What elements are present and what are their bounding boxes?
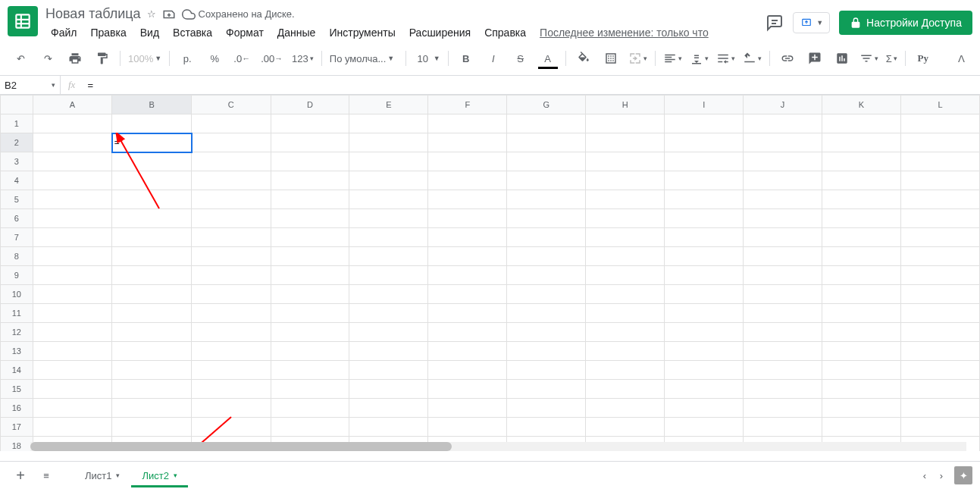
number-format-select[interactable]: 123▾ [289,52,317,66]
functions-button[interactable]: Σ▾ [883,52,900,66]
horizontal-scrollbar[interactable] [30,442,966,451]
last-edit-link[interactable]: Последнее изменение: только что [534,24,714,42]
redo-button[interactable]: ↷ [35,46,61,71]
merge-cells-button[interactable]: ▾ [625,50,650,67]
col-header-B[interactable]: B [112,96,192,114]
insert-comment-button[interactable] [802,46,828,71]
py-button[interactable]: Рy [910,46,936,71]
scroll-tabs-left[interactable]: ‹ [916,470,933,481]
row-header[interactable]: 9 [1,266,33,285]
collapse-toolbar-button[interactable]: ᐱ [950,53,972,64]
sheet-tab-2[interactable]: Лист2▾ [131,464,188,487]
italic-button[interactable]: I [481,46,506,71]
increase-decimal-button[interactable]: .00→ [256,46,287,71]
paint-format-button[interactable] [89,46,115,71]
row-header[interactable]: 11 [1,304,33,323]
spreadsheet-grid[interactable]: A B C D E F G H I J K L 1 2= 3 4 5 6 7 8… [0,95,980,451]
fx-icon: fx [61,79,83,91]
row-header[interactable]: 17 [1,418,33,437]
insert-chart-button[interactable] [829,46,855,71]
insert-link-button[interactable] [775,46,800,71]
scroll-tabs-right[interactable]: › [933,470,950,481]
zoom-select[interactable]: 100% ▼ [125,52,164,66]
row-header[interactable]: 16 [1,399,33,418]
col-header-E[interactable]: E [349,96,428,114]
row-header[interactable]: 3 [1,152,33,171]
strikethrough-button[interactable]: S [508,46,534,71]
col-header-C[interactable]: C [192,96,271,114]
select-all-corner[interactable] [1,96,33,114]
text-wrap-button[interactable]: ▾ [713,50,738,67]
save-status-text: Сохранено на Диске. [199,8,295,20]
col-header-H[interactable]: H [586,96,665,114]
row-header[interactable]: 7 [1,228,33,247]
share-label: Настройки Доступа [866,17,962,29]
col-header-I[interactable]: I [665,96,744,114]
menu-tools[interactable]: Инструменты [324,24,400,42]
filter-button[interactable]: ▾ [856,50,881,67]
undo-button[interactable]: ↶ [8,46,33,71]
horizontal-align-button[interactable]: ▾ [660,50,685,67]
row-header[interactable]: 4 [1,171,33,190]
share-button[interactable]: Настройки Доступа [839,11,972,35]
fill-color-button[interactable] [571,46,596,71]
row-header[interactable]: 15 [1,380,33,399]
col-header-F[interactable]: F [428,96,507,114]
svg-rect-0 [16,14,29,27]
font-size-select[interactable]: 10 ▼ [411,52,443,66]
move-icon[interactable] [162,8,176,21]
percent-button[interactable]: % [202,46,227,71]
col-header-D[interactable]: D [271,96,349,114]
col-header-G[interactable]: G [507,96,586,114]
menu-file[interactable]: Файл [45,24,82,42]
menu-view[interactable]: Вид [135,24,164,42]
col-header-J[interactable]: J [744,96,822,114]
row-header[interactable]: 12 [1,323,33,342]
borders-button[interactable] [598,46,624,71]
decrease-decimal-button[interactable]: .0← [229,46,255,71]
cell-B2[interactable]: = [112,133,192,152]
formula-bar[interactable]: = [83,78,980,92]
menu-format[interactable]: Формат [221,24,269,42]
row-header[interactable]: 2 [1,133,33,152]
col-header-L[interactable]: L [900,96,979,114]
menu-data[interactable]: Данные [272,24,321,42]
currency-button[interactable]: р. [174,46,200,71]
row-header[interactable]: 13 [1,342,33,361]
row-header[interactable]: 8 [1,247,33,266]
comments-icon[interactable] [766,14,784,32]
menu-edit[interactable]: Правка [85,24,131,42]
row-header[interactable]: 14 [1,361,33,380]
vertical-align-button[interactable]: ▾ [687,50,712,67]
menu-help[interactable]: Справка [479,24,531,42]
row-header[interactable]: 6 [1,209,33,228]
row-header[interactable]: 1 [1,114,33,133]
print-button[interactable] [62,46,88,71]
menu-extensions[interactable]: Расширения [404,24,476,42]
menu-insert[interactable]: Вставка [168,24,218,42]
sheet-tab-1[interactable]: Лист1▾ [74,464,131,487]
cloud-status: Сохранено на Диске. [182,8,295,21]
row-header[interactable]: 5 [1,190,33,209]
document-title[interactable]: Новая таблица [45,6,141,22]
add-sheet-button[interactable]: + [8,463,33,487]
explore-button[interactable]: ✦ [954,466,972,484]
star-icon[interactable]: ☆ [147,8,156,20]
col-header-K[interactable]: K [822,96,901,114]
bold-button[interactable]: B [453,46,479,71]
col-header-A[interactable]: A [33,96,111,114]
row-header[interactable]: 10 [1,285,33,304]
all-sheets-button[interactable]: ≡ [33,463,59,487]
row-header[interactable]: 18 [1,437,33,452]
font-family-select[interactable]: По умолча... ▼ [327,52,401,66]
text-rotation-button[interactable]: ▾ [740,50,765,67]
sheets-logo[interactable] [8,6,38,36]
name-box[interactable]: B2▾ [0,76,61,94]
present-button[interactable]: ▼ [793,12,830,33]
text-color-button[interactable]: A [535,46,561,71]
